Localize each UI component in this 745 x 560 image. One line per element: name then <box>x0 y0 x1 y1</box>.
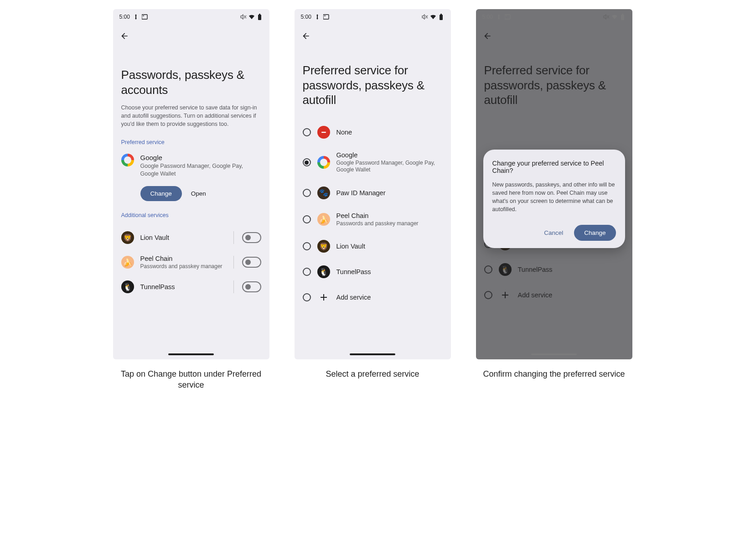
mute-icon <box>603 14 610 20</box>
page-title: Preferred service for passwords, passkey… <box>303 63 443 108</box>
additional-service-name: Peel Chain <box>140 255 227 262</box>
service-option-name: Add service <box>336 294 443 301</box>
service-option-paw-id[interactable]: 🐾 Paw ID Manager <box>303 180 443 206</box>
additional-service-item[interactable]: 🐧 TunnelPass <box>121 275 261 299</box>
confirm-dialog: Change your preferred service to Peel Ch… <box>483 150 625 248</box>
service-option-name: Lion Vault <box>336 243 443 250</box>
divider <box>233 256 234 269</box>
svg-rect-6 <box>440 15 443 20</box>
tunnelpass-icon: 🐧 <box>499 263 512 276</box>
preferred-service-name: Google <box>140 154 261 161</box>
back-button[interactable] <box>299 29 313 43</box>
service-option-name: Google <box>336 151 443 159</box>
service-option-sub: Google Password Manager, Google Pay, Goo… <box>336 160 443 174</box>
service-option-none[interactable]: None <box>303 119 443 145</box>
navigation-bar[interactable] <box>113 349 269 359</box>
dialog-title: Change your preferred service to Peel Ch… <box>492 160 616 174</box>
arrow-back-icon <box>301 31 310 41</box>
notif-2-icon <box>505 14 511 20</box>
service-option-name: TunnelPass <box>336 268 443 275</box>
arrow-back-icon <box>120 31 129 41</box>
google-icon <box>317 156 330 169</box>
service-option-name: Add service <box>518 291 624 299</box>
radio-button[interactable] <box>484 265 492 274</box>
caption-3: Confirm changing the preferred service <box>476 368 632 391</box>
dialog-cancel-button[interactable]: Cancel <box>541 226 566 240</box>
phone-screen-1: 5:00 Passwords, passkeys & accounts Choo… <box>113 9 269 359</box>
service-option-name: TunnelPass <box>518 266 624 273</box>
service-option-name: Paw ID Manager <box>336 189 443 197</box>
additional-services-label: Additional services <box>121 212 261 218</box>
navigation-bar[interactable] <box>295 349 451 359</box>
mute-icon <box>240 14 247 20</box>
wifi-icon <box>611 14 618 20</box>
service-option-tunnelpass[interactable]: 🐧 TunnelPass <box>484 257 624 282</box>
dialog-body: New passwords, passkeys, and other info … <box>492 181 616 214</box>
preferred-service-sub: Google Password Manager, Google Pay, Goo… <box>140 162 261 178</box>
additional-service-sub: Passwords and passkey manager <box>140 263 227 270</box>
lion-vault-icon: 🦁 <box>317 240 330 253</box>
radio-button[interactable] <box>303 242 311 250</box>
status-bar: 5:00 <box>476 9 632 23</box>
radio-button[interactable] <box>303 189 311 197</box>
toggle-switch[interactable] <box>242 232 261 243</box>
divider <box>233 231 234 244</box>
notif-2-icon <box>142 14 148 20</box>
dialog-change-button[interactable]: Change <box>574 225 616 241</box>
open-button[interactable]: Open <box>191 190 206 197</box>
additional-service-item[interactable]: 🦁 Lion Vault <box>121 226 261 249</box>
additional-service-name: Lion Vault <box>140 234 227 241</box>
page-title: Preferred service for passwords, passkey… <box>484 63 624 108</box>
page-subtitle: Choose your preferred service to save da… <box>121 104 261 128</box>
change-button[interactable]: Change <box>140 186 182 201</box>
svg-rect-12 <box>622 14 623 15</box>
svg-rect-10 <box>506 16 507 16</box>
toggle-switch[interactable] <box>242 257 261 268</box>
svg-rect-2 <box>258 15 261 20</box>
status-time: 5:00 <box>482 14 493 20</box>
service-option-peel-chain[interactable]: 🍌 Peel Chain Passwords and passkey manag… <box>303 206 443 234</box>
notif-1-icon <box>496 14 502 20</box>
radio-button[interactable] <box>303 128 311 136</box>
service-option-add[interactable]: Add service <box>303 285 443 310</box>
service-option-name: Peel Chain <box>336 212 443 219</box>
phone-screen-3: 5:00 Preferred service for passwords, pa… <box>476 9 632 359</box>
battery-icon <box>438 14 445 20</box>
svg-rect-7 <box>440 14 442 15</box>
service-option-lion-vault[interactable]: 🦁 Lion Vault <box>303 233 443 259</box>
additional-service-item[interactable]: 🍌 Peel Chain Passwords and passkey manag… <box>121 249 261 275</box>
svg-rect-4 <box>323 15 329 19</box>
radio-button-selected[interactable] <box>303 158 311 166</box>
navigation-bar[interactable] <box>476 349 632 359</box>
wifi-icon <box>430 14 436 20</box>
divider <box>233 280 234 293</box>
notif-2-icon <box>323 14 330 20</box>
preferred-service-label: Preferred service <box>121 139 261 145</box>
service-option-tunnelpass[interactable]: 🐧 TunnelPass <box>303 259 443 285</box>
service-option-sub: Passwords and passkey manager <box>336 220 443 228</box>
plus-icon <box>499 289 512 301</box>
notif-1-icon <box>314 14 321 20</box>
peel-chain-icon: 🍌 <box>121 256 134 269</box>
tunnelpass-icon: 🐧 <box>121 280 134 293</box>
radio-button[interactable] <box>303 268 311 276</box>
status-time: 5:00 <box>301 14 311 20</box>
arrow-back-icon <box>483 31 492 41</box>
service-option-add[interactable]: Add service <box>484 282 624 308</box>
radio-button[interactable] <box>303 215 311 223</box>
svg-rect-11 <box>621 15 624 20</box>
radio-button[interactable] <box>484 291 492 299</box>
page-title: Passwords, passkeys & accounts <box>121 67 261 97</box>
svg-rect-3 <box>259 14 260 15</box>
peel-chain-icon: 🍌 <box>317 213 330 226</box>
preferred-service-row[interactable]: Google Google Password Manager, Google P… <box>121 154 261 178</box>
service-option-google[interactable]: Google Google Password Manager, Google P… <box>303 145 443 180</box>
radio-button[interactable] <box>303 293 311 301</box>
status-time: 5:00 <box>119 14 130 20</box>
toggle-switch[interactable] <box>242 281 261 292</box>
google-icon <box>121 154 134 166</box>
phone-screen-2: 5:00 Preferred service for passwords, pa… <box>295 9 451 359</box>
additional-service-name: TunnelPass <box>140 283 227 290</box>
back-button[interactable] <box>481 29 494 43</box>
back-button[interactable] <box>118 29 131 43</box>
